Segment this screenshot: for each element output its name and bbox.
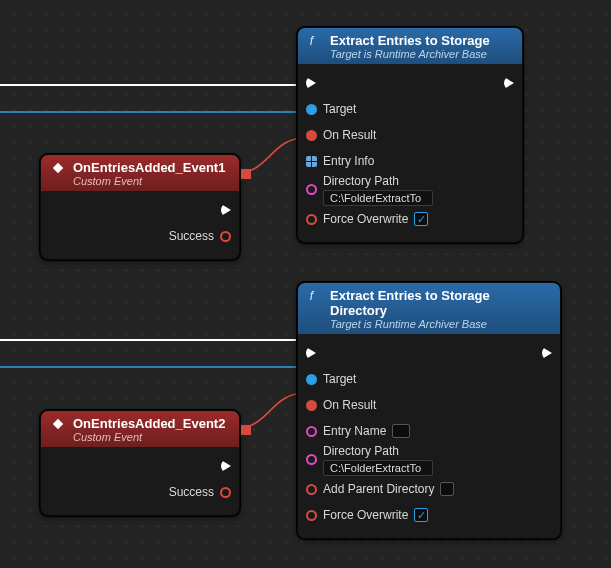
exec-row xyxy=(306,70,514,96)
node-title: Extract Entries to Storage Directory xyxy=(330,288,550,318)
exec-out-pin[interactable] xyxy=(542,347,552,359)
exec-out-pin[interactable] xyxy=(221,204,231,216)
dirpath-label: Directory Path xyxy=(323,444,433,458)
svg-marker-3 xyxy=(53,419,64,430)
dirpath-pin[interactable] xyxy=(306,454,317,465)
node-subtitle: Custom Event xyxy=(73,175,225,187)
addparent-checkbox[interactable] xyxy=(440,482,454,496)
target-pin[interactable] xyxy=(306,104,317,115)
entryinfo-label: Entry Info xyxy=(323,154,374,168)
node-subtitle: Custom Event xyxy=(73,431,225,443)
onresult-pin[interactable] xyxy=(306,400,317,411)
delegate-out-pin[interactable] xyxy=(241,425,251,435)
svg-marker-1 xyxy=(53,163,64,174)
delegate-out-pin[interactable] xyxy=(241,169,251,179)
force-overwrite-label: Force Overwrite xyxy=(323,212,408,226)
node-title: Extract Entries to Storage xyxy=(330,33,490,48)
function-icon: f xyxy=(308,289,322,303)
success-pin[interactable] xyxy=(220,231,231,242)
target-label: Target xyxy=(323,372,356,386)
addparent-label: Add Parent Directory xyxy=(323,482,434,496)
force-overwrite-checkbox[interactable] xyxy=(414,212,428,226)
success-label: Success xyxy=(169,229,214,243)
node-extract-entries-to-storage[interactable]: f Extract Entries to Storage Target is R… xyxy=(297,27,523,243)
force-overwrite-label: Force Overwrite xyxy=(323,508,408,522)
exec-in-pin[interactable] xyxy=(306,77,316,89)
node-custom-event-1[interactable]: OnEntriesAdded_Event1 Custom Event Succe… xyxy=(40,154,240,260)
dirpath-pin[interactable] xyxy=(306,184,317,195)
onresult-label: On Result xyxy=(323,398,376,412)
target-label: Target xyxy=(323,102,356,116)
exec-out-pin[interactable] xyxy=(504,77,514,89)
svg-text:f: f xyxy=(310,34,315,48)
target-pin[interactable] xyxy=(306,374,317,385)
onresult-label: On Result xyxy=(323,128,376,142)
force-overwrite-checkbox[interactable] xyxy=(414,508,428,522)
svg-text:f: f xyxy=(310,289,315,303)
node-header[interactable]: OnEntriesAdded_Event1 Custom Event xyxy=(41,155,239,191)
entryname-label: Entry Name xyxy=(323,424,386,438)
addparent-pin[interactable] xyxy=(306,484,317,495)
node-header[interactable]: f Extract Entries to Storage Directory T… xyxy=(298,283,560,334)
node-title: OnEntriesAdded_Event1 xyxy=(73,160,225,175)
success-pin[interactable] xyxy=(220,487,231,498)
event-icon xyxy=(51,161,65,175)
function-icon: f xyxy=(308,34,322,48)
event-icon xyxy=(51,417,65,431)
entryname-input[interactable] xyxy=(392,424,410,438)
node-header[interactable]: OnEntriesAdded_Event2 Custom Event xyxy=(41,411,239,447)
node-subtitle: Target is Runtime Archiver Base xyxy=(330,318,550,330)
force-overwrite-pin[interactable] xyxy=(306,510,317,521)
entryinfo-pin[interactable] xyxy=(306,156,317,167)
node-title: OnEntriesAdded_Event2 xyxy=(73,416,225,431)
exec-in-pin[interactable] xyxy=(306,347,316,359)
dirpath-input[interactable]: C:\FolderExtractTo xyxy=(323,190,433,206)
success-label: Success xyxy=(169,485,214,499)
node-extract-entries-to-storage-directory[interactable]: f Extract Entries to Storage Directory T… xyxy=(297,282,561,539)
dirpath-label: Directory Path xyxy=(323,174,433,188)
onresult-pin[interactable] xyxy=(306,130,317,141)
exec-out-pin[interactable] xyxy=(221,460,231,472)
node-subtitle: Target is Runtime Archiver Base xyxy=(330,48,490,60)
node-custom-event-2[interactable]: OnEntriesAdded_Event2 Custom Event Succe… xyxy=(40,410,240,516)
dirpath-input[interactable]: C:\FolderExtractTo xyxy=(323,460,433,476)
force-overwrite-pin[interactable] xyxy=(306,214,317,225)
entryname-pin[interactable] xyxy=(306,426,317,437)
node-header[interactable]: f Extract Entries to Storage Target is R… xyxy=(298,28,522,64)
